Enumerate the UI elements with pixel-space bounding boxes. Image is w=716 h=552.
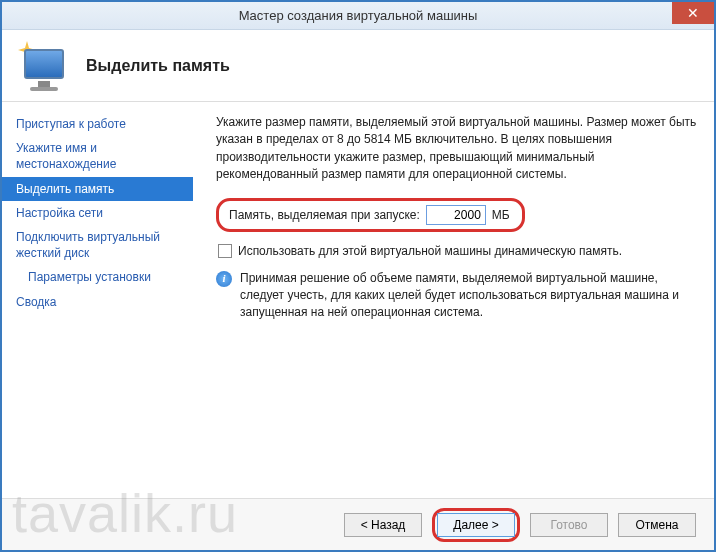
dynamic-memory-checkbox[interactable] — [218, 244, 232, 258]
close-button[interactable]: ✕ — [672, 2, 714, 24]
window-title: Мастер создания виртуальной машины — [239, 8, 478, 23]
wizard-header: Выделить память — [2, 30, 714, 102]
memory-unit: МБ — [492, 208, 510, 222]
sidebar-item-name-location[interactable]: Укажите имя и местонахождение — [2, 136, 193, 176]
sidebar: Приступая к работе Укажите имя и местона… — [2, 102, 194, 498]
sidebar-item-getting-started[interactable]: Приступая к работе — [2, 112, 193, 136]
footer: < Назад Далее > Готово Отмена — [2, 498, 714, 550]
memory-input[interactable] — [426, 205, 486, 225]
info-text: Принимая решение об объеме памяти, выдел… — [240, 270, 698, 322]
memory-label: Память, выделяемая при запуске: — [229, 208, 420, 222]
next-button[interactable]: Далее > — [437, 513, 515, 537]
info-row: i Принимая решение об объеме памяти, выд… — [216, 270, 698, 322]
cancel-button[interactable]: Отмена — [618, 513, 696, 537]
dynamic-memory-row[interactable]: Использовать для этой виртуальной машины… — [216, 244, 698, 258]
next-button-highlight: Далее > — [432, 508, 520, 542]
titlebar: Мастер создания виртуальной машины ✕ — [2, 2, 714, 30]
wizard-icon — [16, 39, 70, 93]
content-area: Укажите размер памяти, выделяемый этой в… — [194, 102, 714, 498]
sidebar-item-assign-memory[interactable]: Выделить память — [2, 177, 193, 201]
sidebar-item-summary[interactable]: Сводка — [2, 290, 193, 314]
page-title: Выделить память — [86, 57, 230, 75]
sidebar-item-installation-options[interactable]: Параметры установки — [2, 265, 193, 289]
memory-row-highlight: Память, выделяемая при запуске: МБ — [216, 198, 525, 232]
dynamic-memory-label: Использовать для этой виртуальной машины… — [238, 244, 622, 258]
sidebar-item-configure-networking[interactable]: Настройка сети — [2, 201, 193, 225]
sidebar-item-connect-vhd[interactable]: Подключить виртуальный жесткий диск — [2, 225, 193, 265]
back-button[interactable]: < Назад — [344, 513, 422, 537]
close-icon: ✕ — [687, 6, 699, 20]
finish-button: Готово — [530, 513, 608, 537]
info-icon: i — [216, 271, 232, 287]
description-text: Укажите размер памяти, выделяемый этой в… — [216, 114, 698, 184]
wizard-body: Приступая к работе Укажите имя и местона… — [2, 102, 714, 498]
